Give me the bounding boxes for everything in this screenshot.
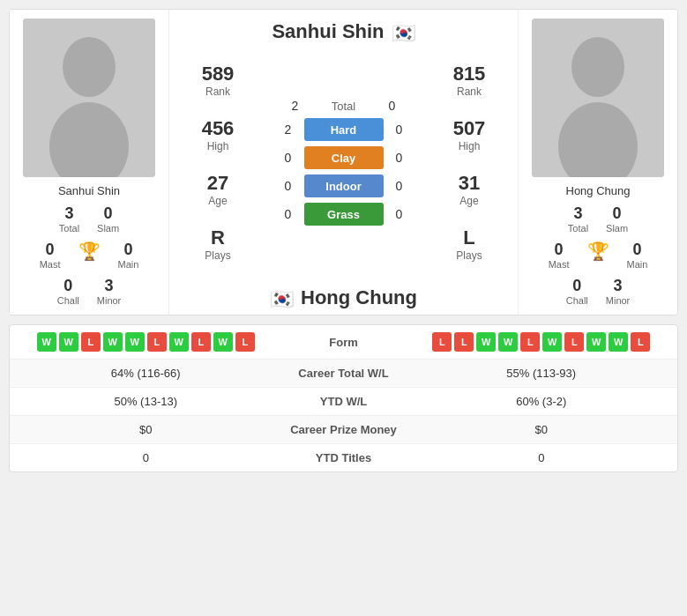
player1-name-under: Sanhui Shin — [58, 184, 120, 197]
player2-plays-label: Plays — [456, 249, 482, 262]
prize-left: $0 — [19, 423, 273, 436]
career-wl-label: Career Total W/L — [273, 367, 414, 380]
p2-badge-3: W — [498, 332, 518, 352]
player1-total-label: Total — [59, 223, 79, 234]
player2-mast-value: 0 — [555, 241, 564, 259]
player2-mast-label: Mast — [549, 259, 570, 270]
player1-minor-value: 3 — [105, 277, 114, 295]
player1-top-stats: 3 Total 0 Slam — [59, 204, 119, 234]
player1-slam-cell: 0 Slam — [97, 204, 119, 234]
hard-score-left: 2 — [280, 122, 297, 137]
right-stats-panel: 815 Rank 507 High 31 Age L Plays — [421, 48, 518, 276]
p1-badge-6: W — [169, 332, 189, 352]
indoor-row: 0 Indoor 0 — [266, 174, 421, 197]
hard-button: Hard — [304, 118, 384, 141]
player1-age-value: 27 — [207, 172, 228, 195]
total-score-right: 0 — [384, 99, 401, 113]
player2-trophy-icon: 🏆 — [587, 241, 609, 262]
player1-age-block: 27 Age — [207, 172, 228, 207]
ytd-wl-label: YTD W/L — [273, 395, 414, 408]
career-wl-left: 64% (116-66) — [19, 367, 273, 380]
player1-main-cell: 0 Main — [118, 241, 139, 270]
ytd-wl-row: 50% (13-13) YTD W/L 60% (3-2) — [10, 388, 677, 416]
courts-panel: 2 Total 0 2 Hard 0 0 Clay 0 — [266, 48, 421, 276]
hard-row: 2 Hard 0 — [266, 118, 421, 141]
clay-score-right: 0 — [391, 151, 408, 165]
p2-badge-1: L — [454, 332, 474, 352]
player1-slam-label: Slam — [97, 223, 119, 234]
player1-slam-value: 0 — [104, 204, 113, 223]
player2-age-block: 31 Age — [459, 172, 480, 207]
player2-chall-cell: 0 Chall — [566, 277, 588, 306]
courts-and-stats: 589 Rank 456 High 27 Age R Plays — [169, 48, 518, 276]
player1-plays-value: R — [211, 226, 225, 249]
ytd-titles-row: 0 YTD Titles 0 — [10, 444, 677, 471]
player2-minor-cell: 3 Minor — [606, 277, 631, 306]
player1-minor-label: Minor — [97, 295, 122, 306]
player1-rank-label: Rank — [205, 85, 230, 98]
middle-column: Sanhui Shin 🇰🇷 589 Rank 456 High 27 — [168, 10, 519, 315]
p1-badge-5: L — [147, 332, 167, 352]
player2-chall-label: Chall — [566, 295, 588, 306]
p1-badge-4: W — [125, 332, 145, 352]
player1-mast-value: 0 — [46, 241, 55, 259]
totals-row: 2 Total 0 — [266, 99, 421, 113]
player2-name-top: Hong Chung — [301, 286, 417, 309]
player2-minor-value: 3 — [614, 277, 623, 295]
form-row: W W L W W L W L W L Form L L W W — [10, 325, 677, 360]
career-wl-right: 55% (113-93) — [414, 367, 669, 380]
player1-mast-cell: 0 Mast — [40, 241, 61, 270]
player1-high-value: 456 — [202, 117, 235, 140]
player1-trophy-icon: 🏆 — [78, 241, 101, 262]
hard-score-right: 0 — [391, 122, 408, 137]
ytd-wl-left: 50% (13-13) — [19, 395, 273, 408]
player2-slam-value: 0 — [613, 204, 622, 223]
ytd-wl-right: 60% (3-2) — [414, 395, 669, 408]
player2-slam-label: Slam — [606, 223, 628, 234]
form-right-badges: L L W W L W L W W L — [414, 332, 669, 352]
player2-flag-icon: 🇰🇷 — [270, 288, 294, 311]
prize-row: $0 Career Prize Money $0 — [10, 416, 677, 444]
indoor-button: Indoor — [304, 174, 384, 197]
player2-minor-label: Minor — [606, 295, 631, 306]
clay-button: Clay — [304, 146, 384, 169]
player2-slam-cell: 0 Slam — [606, 204, 628, 234]
p2-badge-2: W — [476, 332, 496, 352]
p2-badge-7: W — [586, 332, 606, 352]
player1-high-label: High — [207, 140, 229, 152]
player2-rank-value: 815 — [453, 63, 486, 85]
indoor-score-left: 0 — [280, 179, 297, 193]
player2-name-flag: 🇰🇷 Hong Chung — [169, 276, 518, 315]
p1-badge-7: L — [191, 332, 211, 352]
player1-plays-block: R Plays — [205, 226, 230, 262]
player1-rank-value: 589 — [202, 63, 235, 85]
stats-section: W W L W W L W L W L Form L L W W — [9, 324, 678, 472]
player1-main-label: Main — [118, 259, 139, 270]
player2-main-value: 0 — [632, 241, 641, 259]
player1-minor-cell: 3 Minor — [97, 277, 122, 306]
player2-form-badges: L L W W L W L W W L — [414, 332, 669, 352]
player1-mast-label: Mast — [40, 259, 61, 270]
clay-score-left: 0 — [280, 151, 297, 165]
player1-age-label: Age — [208, 195, 227, 207]
p2-badge-8: W — [609, 332, 628, 352]
form-left-badges: W W L W W L W L W L — [19, 332, 273, 352]
player2-mast-cell: 0 Mast — [549, 241, 570, 270]
player2-trophy-cell: 🏆 — [587, 241, 609, 270]
player2-avatar — [532, 19, 664, 177]
ytd-titles-label: YTD Titles — [273, 451, 414, 464]
player1-avatar — [23, 19, 155, 177]
p2-badge-5: W — [542, 332, 562, 352]
player1-chall-label: Chall — [57, 295, 79, 306]
player2-high-block: 507 High — [453, 117, 486, 152]
svg-point-4 — [571, 37, 624, 97]
form-label: Form — [273, 336, 414, 349]
player2-total-value: 3 — [573, 204, 582, 223]
grass-row: 0 Grass 0 — [266, 203, 421, 226]
player2-total-cell: 3 Total — [568, 204, 588, 234]
indoor-score-right: 0 — [391, 179, 408, 193]
totals-label: Total — [304, 100, 384, 113]
player2-total-label: Total — [568, 223, 588, 234]
p1-badge-3: W — [103, 332, 123, 352]
player2-high-value: 507 — [453, 117, 486, 140]
